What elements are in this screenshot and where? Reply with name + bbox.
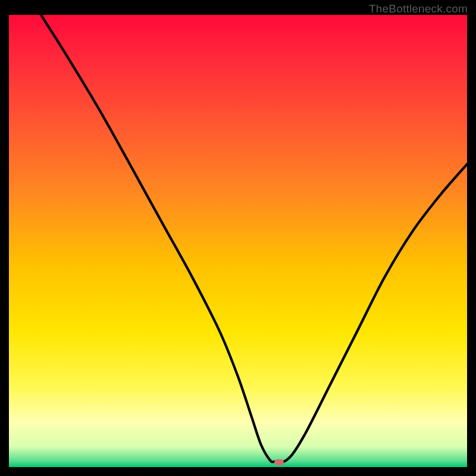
plot-area bbox=[9, 15, 467, 467]
curve-layer bbox=[9, 15, 467, 467]
bottleneck-curve bbox=[41, 15, 467, 462]
optimal-point-marker bbox=[274, 459, 284, 465]
watermark-text: TheBottleneck.com bbox=[369, 2, 468, 15]
chart-container: TheBottleneck.com bbox=[0, 0, 476, 476]
